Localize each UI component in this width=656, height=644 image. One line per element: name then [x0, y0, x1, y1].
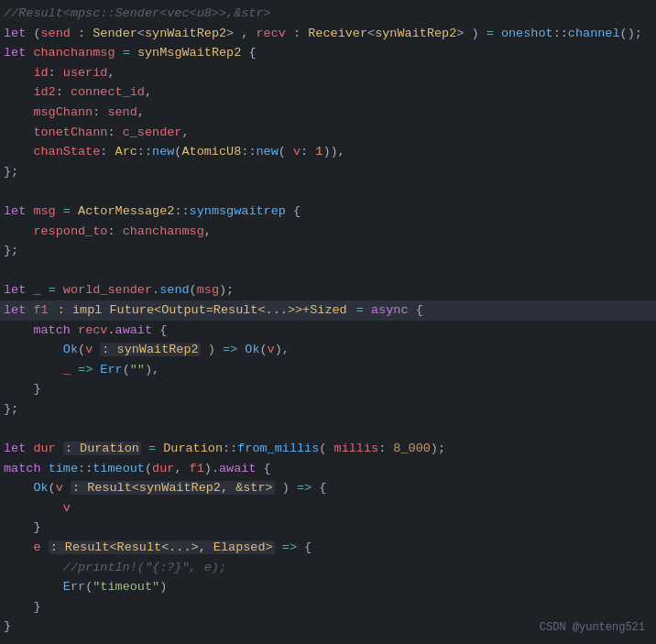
code-line: }; — [0, 162, 656, 182]
code-line: let _ = world_sender.send(msg); — [0, 280, 656, 300]
code-line: //Result<mpsc::Sender<vec<u8>>,&str> — [0, 4, 656, 24]
code-line: Err("timeout") — [0, 577, 656, 597]
code-line: match recv.await { — [0, 321, 656, 341]
code-line: } — [0, 518, 656, 538]
code-line: e : Result<Result<...>, Elapsed> => { — [0, 538, 656, 558]
code-line: respond_to: chanchanmsg, — [0, 222, 656, 242]
code-line-dur: let dur : Duration = Duration::from_mill… — [0, 439, 656, 459]
code-line — [0, 181, 656, 202]
code-line: }; — [0, 241, 656, 261]
code-line: } — [0, 379, 656, 399]
code-editor: //Result<mpsc::Sender<vec<u8>>,&str> let… — [0, 0, 656, 644]
code-line: }; — [0, 399, 656, 420]
code-line: Ok(v : synWaitRep2 ) => Ok(v), — [0, 340, 656, 360]
code-line: _ => Err(""), — [0, 360, 656, 380]
code-line: let msg = ActorMessage2::synmsgwaitrep { — [0, 202, 656, 222]
code-line: let f1 : impl Future<Output=Result<...>>… — [0, 300, 656, 321]
code-line: let chanchanmsg = synMsgWaitRep2 { — [0, 43, 656, 63]
code-line: let (send : Sender<synWaitRep2> , recv :… — [0, 24, 656, 44]
code-line — [0, 261, 656, 281]
code-line: Ok(v : Result<synWaitRep2, &str> ) => { — [0, 478, 656, 498]
watermark: CSDN @yunteng521 — [540, 619, 645, 637]
code-line: id2: connect_id, — [0, 82, 656, 103]
code-line: chanState: Arc::new(AtomicU8::new( v: 1)… — [0, 142, 656, 162]
code-line: v — [0, 498, 656, 518]
code-line: id: userid, — [0, 63, 656, 83]
code-line: msgChann: send, — [0, 103, 656, 123]
code-line — [0, 419, 656, 439]
code-line: //println!("{:?}", e); — [0, 558, 656, 578]
code-line: match time::timeout(dur, f1).await { — [0, 459, 656, 479]
code-line: tonetChann: c_sender, — [0, 123, 656, 143]
code-line: } — [0, 597, 656, 617]
